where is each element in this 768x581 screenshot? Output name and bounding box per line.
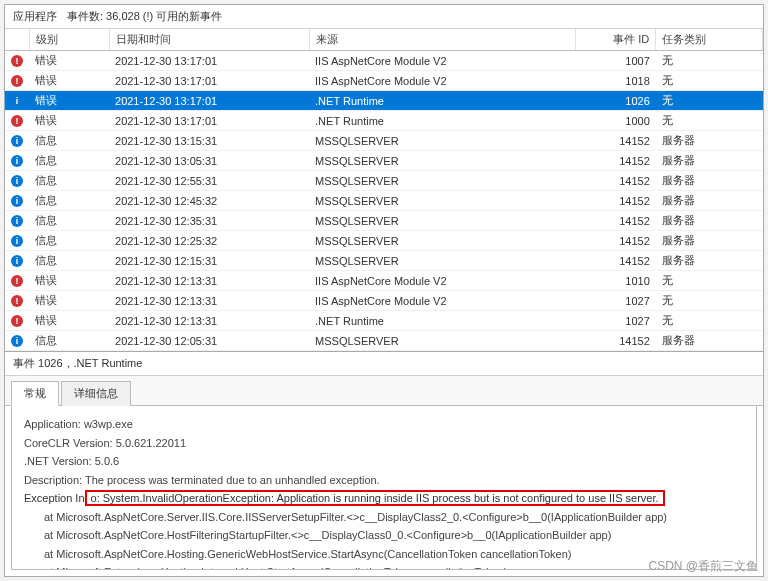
cell-category: 无 [656,111,763,131]
table-row[interactable]: !错误2021-12-30 12:13:31IIS AspNetCore Mod… [5,271,763,291]
cell-level: 错误 [29,111,109,131]
event-count: 事件数: 36,028 (!) 可用的新事件 [67,9,222,24]
detail-body[interactable]: Application: w3wp.exe CoreCLR Version: 5… [11,405,757,570]
cell-category: 服务器 [656,211,763,231]
cell-eventid: 14152 [576,131,656,151]
cell-datetime: 2021-12-30 12:45:32 [109,191,309,211]
cell-source: IIS AspNetCore Module V2 [309,271,576,291]
cell-level: 信息 [29,131,109,151]
app-label: 应用程序 [13,9,57,24]
cell-eventid: 14152 [576,151,656,171]
cell-category: 服务器 [656,131,763,151]
cell-source: MSSQLSERVER [309,151,576,171]
detail-pane: 事件 1026，.NET Runtime 常规 详细信息 Application… [5,352,763,576]
cell-source: IIS AspNetCore Module V2 [309,51,576,71]
cell-source: MSSQLSERVER [309,131,576,151]
table-row[interactable]: !错误2021-12-30 13:17:01IIS AspNetCore Mod… [5,71,763,91]
cell-category: 服务器 [656,331,763,351]
table-row[interactable]: !错误2021-12-30 13:17:01.NET Runtime1000无 [5,111,763,131]
cell-source: IIS AspNetCore Module V2 [309,291,576,311]
cell-eventid: 14152 [576,171,656,191]
detail-line: .NET Version: 5.0.6 [24,453,744,470]
cell-datetime: 2021-12-30 12:13:31 [109,291,309,311]
table-row[interactable]: !错误2021-12-30 13:17:01IIS AspNetCore Mod… [5,51,763,71]
cell-datetime: 2021-12-30 12:15:31 [109,251,309,271]
table-row[interactable]: i信息2021-12-30 12:45:32MSSQLSERVER14152服务… [5,191,763,211]
watermark: CSDN @香煎三文鱼 [648,558,758,575]
cell-category: 服务器 [656,191,763,211]
exception-label: Exception In [24,490,85,507]
cell-category: 服务器 [656,171,763,191]
info-icon: i [11,255,23,267]
cell-level: 信息 [29,231,109,251]
col-eventid[interactable]: 事件 ID [576,29,656,51]
table-row[interactable]: i信息2021-12-30 13:15:31MSSQLSERVER14152服务… [5,131,763,151]
titlebar: 应用程序 事件数: 36,028 (!) 可用的新事件 [5,5,763,29]
tab-general[interactable]: 常规 [11,381,59,406]
cell-level: 错误 [29,71,109,91]
cell-category: 服务器 [656,251,763,271]
cell-level: 信息 [29,331,109,351]
cell-eventid: 1007 [576,51,656,71]
info-icon: i [11,195,23,207]
detail-title: 事件 1026，.NET Runtime [5,352,763,376]
table-row[interactable]: i信息2021-12-30 12:05:31MSSQLSERVER14152服务… [5,331,763,351]
table-row[interactable]: i信息2021-12-30 13:05:31MSSQLSERVER14152服务… [5,151,763,171]
cell-source: MSSQLSERVER [309,211,576,231]
stack-line: at Microsoft.Extensions.Hosting.Internal… [24,564,744,570]
cell-level: 信息 [29,151,109,171]
cell-category: 无 [656,271,763,291]
cell-category: 服务器 [656,231,763,251]
table-row[interactable]: !错误2021-12-30 12:13:31.NET Runtime1027无 [5,311,763,331]
cell-eventid: 1026 [576,91,656,111]
cell-eventid: 1000 [576,111,656,131]
col-datetime[interactable]: 日期和时间 [109,29,309,51]
cell-datetime: 2021-12-30 13:17:01 [109,111,309,131]
detail-line: Description: The process was terminated … [24,472,744,489]
cell-category: 无 [656,91,763,111]
cell-category: 无 [656,71,763,91]
info-icon: i [11,95,23,107]
error-icon: ! [11,75,23,87]
cell-source: MSSQLSERVER [309,191,576,211]
col-level[interactable]: 级别 [29,29,109,51]
stack-line: at Microsoft.AspNetCore.Hosting.GenericW… [24,546,744,563]
cell-datetime: 2021-12-30 13:15:31 [109,131,309,151]
cell-eventid: 14152 [576,211,656,231]
cell-eventid: 14152 [576,191,656,211]
cell-level: 信息 [29,211,109,231]
cell-category: 无 [656,51,763,71]
exception-highlight: o: System.InvalidOperationException: App… [85,490,665,506]
cell-datetime: 2021-12-30 13:05:31 [109,151,309,171]
detail-line: CoreCLR Version: 5.0.621.22011 [24,435,744,452]
cell-category: 无 [656,291,763,311]
table-row[interactable]: i信息2021-12-30 12:15:31MSSQLSERVER14152服务… [5,251,763,271]
table-row[interactable]: i信息2021-12-30 12:35:31MSSQLSERVER14152服务… [5,211,763,231]
col-source[interactable]: 来源 [309,29,576,51]
event-viewer-window: 应用程序 事件数: 36,028 (!) 可用的新事件 级别 日期和时间 来源 … [4,4,764,577]
cell-datetime: 2021-12-30 12:05:31 [109,331,309,351]
table-row[interactable]: i信息2021-12-30 12:25:32MSSQLSERVER14152服务… [5,231,763,251]
table-row[interactable]: i信息2021-12-30 12:55:31MSSQLSERVER14152服务… [5,171,763,191]
cell-datetime: 2021-12-30 12:13:31 [109,311,309,331]
info-icon: i [11,135,23,147]
cell-eventid: 1027 [576,311,656,331]
column-header-row[interactable]: 级别 日期和时间 来源 事件 ID 任务类别 [5,29,763,51]
cell-datetime: 2021-12-30 12:35:31 [109,211,309,231]
event-grid[interactable]: 级别 日期和时间 来源 事件 ID 任务类别 !错误2021-12-30 13:… [5,29,763,352]
tab-details[interactable]: 详细信息 [61,381,131,406]
table-row[interactable]: i错误2021-12-30 13:17:01.NET Runtime1026无 [5,91,763,111]
detail-line: Application: w3wp.exe [24,416,744,433]
exception-line: Exception Ino: System.InvalidOperationEx… [24,490,744,507]
cell-eventid: 1027 [576,291,656,311]
cell-source: .NET Runtime [309,111,576,131]
cell-level: 信息 [29,251,109,271]
cell-source: IIS AspNetCore Module V2 [309,71,576,91]
cell-source: MSSQLSERVER [309,171,576,191]
col-category[interactable]: 任务类别 [656,29,763,51]
cell-datetime: 2021-12-30 13:17:01 [109,71,309,91]
cell-source: MSSQLSERVER [309,251,576,271]
cell-eventid: 14152 [576,251,656,271]
table-row[interactable]: !错误2021-12-30 12:13:31IIS AspNetCore Mod… [5,291,763,311]
cell-level: 信息 [29,171,109,191]
